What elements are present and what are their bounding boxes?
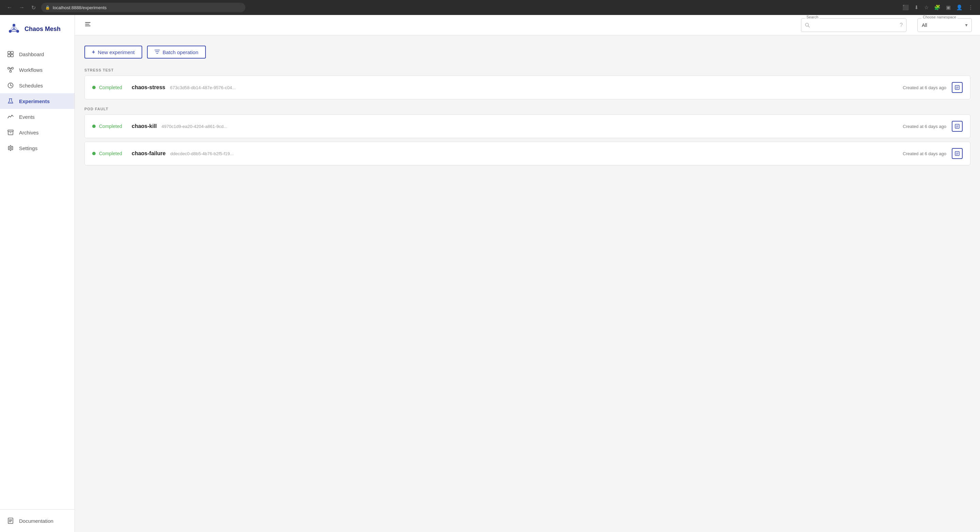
batch-operation-label: Batch operation (163, 49, 198, 55)
svg-point-27 (10, 147, 11, 149)
svg-point-23 (10, 102, 11, 102)
sidebar-item-label-documentation: Documentation (19, 518, 53, 524)
forward-button[interactable]: → (18, 3, 26, 12)
exp-created-stress: Created at 6 days ago (903, 85, 946, 90)
status-label-failure: Completed (99, 151, 126, 156)
sidebar-item-documentation[interactable]: Documentation (0, 513, 75, 529)
settings-icon (7, 145, 14, 151)
svg-rect-25 (8, 130, 13, 131)
sidebar-item-schedules[interactable]: Schedules (0, 78, 75, 93)
svg-rect-16 (10, 70, 11, 72)
svg-rect-13 (11, 54, 13, 57)
exp-action-button-failure[interactable] (952, 148, 963, 159)
experiment-card-chaos-kill[interactable]: Completed chaos-kill 4970c1d9-ea20-4204-… (84, 115, 970, 138)
svg-rect-15 (11, 67, 13, 69)
status-label-kill: Completed (99, 124, 126, 129)
experiment-card-chaos-failure[interactable]: Completed chaos-failure ddecdec0-d8b5-4b… (84, 142, 970, 166)
status-dot-kill (92, 124, 95, 128)
batch-operation-button[interactable]: Batch operation (147, 46, 206, 59)
new-experiment-button[interactable]: + New experiment (84, 46, 142, 59)
sidebar-item-experiments[interactable]: Experiments (0, 93, 75, 109)
events-icon (7, 113, 14, 120)
sidebar-item-label-archives: Archives (19, 130, 39, 135)
chaos-mesh-logo-icon (7, 22, 21, 36)
more-menu-icon[interactable]: ⋮ (967, 3, 975, 12)
bookmark-icon[interactable]: ☆ (923, 3, 930, 12)
refresh-button[interactable]: ↻ (30, 3, 37, 12)
workflows-icon (7, 66, 14, 73)
exp-id-kill: 4970c1d9-ea20-4204-a861-9cd... (162, 124, 227, 129)
search-icon (805, 22, 810, 28)
sidebar-bottom: Documentation (0, 509, 75, 532)
namespace-label: Choose namespace (921, 15, 958, 19)
menu-toggle-button[interactable] (83, 19, 92, 30)
namespace-select-wrapper: Choose namespace All default chaos-testi… (917, 18, 972, 32)
profile-icon[interactable]: 👤 (955, 3, 964, 12)
status-dot-failure (92, 152, 95, 155)
svg-rect-14 (8, 67, 10, 69)
main-content: + New experiment Batch operation STRESS (75, 35, 980, 532)
svg-point-24 (11, 102, 11, 103)
new-experiment-label: New experiment (98, 49, 134, 55)
cast-icon[interactable]: ⬛ (901, 3, 910, 12)
svg-rect-12 (8, 54, 10, 57)
sidebar-item-workflows[interactable]: Workflows (0, 62, 75, 78)
browser-chrome: ← → ↻ 🔒 localhost:8888/experiments ⬛ ⬇ ☆… (0, 0, 980, 15)
archive-action-icon-kill (955, 124, 959, 129)
app-container: Chaos Mesh Dashboard (0, 15, 980, 532)
sidebar-nav: Dashboard Workflows (0, 46, 75, 509)
layout-icon[interactable]: ▣ (945, 3, 952, 12)
sidebar-item-archives[interactable]: Archives (0, 124, 75, 140)
sidebar-item-label-events: Events (19, 114, 35, 120)
browser-actions: ⬛ ⬇ ☆ 🧩 ▣ 👤 ⋮ (901, 3, 975, 12)
exp-created-failure: Created at 6 days ago (903, 151, 946, 156)
exp-id-stress: 673c3d58-db14-487e-9576-c04... (170, 85, 236, 90)
experiments-icon (7, 98, 14, 105)
extensions-icon[interactable]: 🧩 (933, 3, 942, 12)
sidebar-logo[interactable]: Chaos Mesh (0, 22, 75, 46)
search-box: Search ? (801, 18, 907, 32)
lock-icon: 🔒 (45, 5, 50, 10)
sidebar-item-label-settings: Settings (19, 145, 37, 151)
address-bar[interactable]: 🔒 localhost:8888/experiments (41, 3, 245, 12)
sidebar-item-events[interactable]: Events (0, 109, 75, 124)
action-buttons: + New experiment Batch operation (84, 46, 970, 59)
svg-point-3 (13, 28, 15, 30)
section-header-stress-test: STRESS TEST (84, 68, 970, 72)
svg-rect-10 (8, 51, 10, 54)
url-text: localhost:8888/experiments (53, 5, 107, 10)
exp-id-failure: ddecdec0-d8b5-4b76-b2f5-f19... (170, 151, 234, 156)
sidebar-item-label-workflows: Workflows (19, 67, 43, 73)
search-input[interactable] (813, 22, 897, 28)
schedules-icon (7, 82, 14, 89)
svg-line-21 (11, 86, 12, 86)
exp-created-kill: Created at 6 days ago (903, 124, 946, 129)
documentation-icon (7, 518, 14, 524)
svg-line-5 (11, 29, 13, 30)
filter-icon (154, 49, 160, 55)
search-help-icon[interactable]: ? (900, 22, 903, 28)
svg-rect-11 (11, 51, 13, 54)
sidebar-item-label-dashboard: Dashboard (19, 51, 44, 57)
download-icon[interactable]: ⬇ (913, 3, 920, 12)
section-header-pod-fault: POD FAULT (84, 107, 970, 111)
namespace-select[interactable]: All default chaos-testing (917, 18, 972, 32)
sidebar-item-label-schedules: Schedules (19, 83, 43, 89)
sidebar-item-label-experiments: Experiments (19, 98, 50, 104)
topbar: Search ? Choose namespace All default ch… (75, 15, 980, 35)
status-dot-stress (92, 86, 95, 89)
sidebar-item-dashboard[interactable]: Dashboard (0, 46, 75, 62)
back-button[interactable]: ← (5, 3, 14, 12)
exp-name-failure: chaos-failure (132, 150, 166, 156)
exp-action-button-stress[interactable] (952, 82, 963, 93)
sidebar: Chaos Mesh Dashboard (0, 15, 75, 532)
sidebar-item-settings[interactable]: Settings (0, 140, 75, 156)
search-input-wrapper: ? (801, 18, 907, 32)
exp-name-stress: chaos-stress (132, 84, 165, 91)
status-label-stress: Completed (99, 85, 126, 90)
exp-action-button-kill[interactable] (952, 121, 963, 132)
experiment-card-chaos-stress[interactable]: Completed chaos-stress 673c3d58-db14-487… (84, 76, 970, 99)
plus-icon: + (92, 49, 95, 55)
search-label: Search (805, 15, 820, 19)
svg-line-36 (808, 26, 810, 27)
